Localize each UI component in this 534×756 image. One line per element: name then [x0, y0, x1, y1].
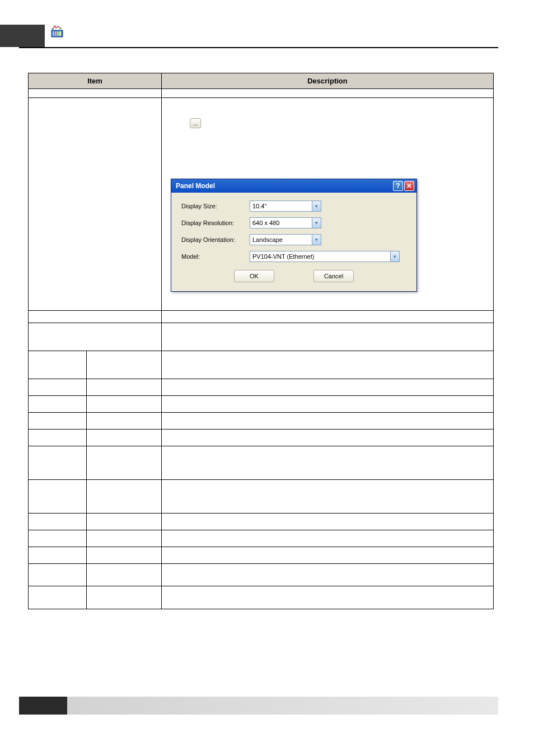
- table-row: [29, 586, 493, 609]
- col-header-description: Description: [162, 73, 493, 88]
- combo-model[interactable]: PV104-VNT (Ethernet) ▾: [250, 251, 400, 262]
- combo-display-resolution[interactable]: 640 x 480 ▾: [250, 217, 321, 228]
- table-row: [29, 351, 493, 379]
- table-row: [29, 379, 493, 396]
- table-row: [29, 396, 493, 413]
- close-icon[interactable]: ✕: [404, 181, 414, 191]
- label-model: Model:: [181, 253, 250, 260]
- label-display-resolution: Display Resolution:: [181, 220, 250, 226]
- field-display-resolution: Display Resolution: 640 x 480 ▾: [181, 217, 406, 228]
- table-row: [29, 514, 493, 530]
- label-display-size: Display Size:: [181, 203, 250, 209]
- table-row: [29, 547, 493, 564]
- table-row: [29, 311, 493, 323]
- ok-button[interactable]: OK: [234, 270, 274, 282]
- chevron-down-icon[interactable]: ▾: [312, 201, 321, 211]
- svg-rect-2: [55, 31, 57, 36]
- table-row: [29, 480, 493, 514]
- table-row: [29, 564, 493, 586]
- dialog-body: Display Size: 10.4'' ▾ Display Resolutio…: [171, 193, 416, 291]
- table-row: [29, 323, 493, 351]
- label-display-orientation: Display Orientation:: [181, 236, 250, 243]
- table-row: ... Panel Model ? ✕: [29, 98, 493, 311]
- combo-display-orientation-value: Landscape: [250, 236, 312, 243]
- combo-model-value: PV104-VNT (Ethernet): [250, 253, 390, 260]
- col-header-item: Item: [29, 73, 162, 88]
- properties-table: Item Description ... Panel Model ?: [28, 73, 494, 609]
- horizontal-rule: [19, 47, 498, 48]
- chevron-down-icon[interactable]: ▾: [390, 251, 399, 262]
- combo-display-orientation[interactable]: Landscape ▾: [250, 234, 321, 245]
- svg-point-5: [52, 29, 54, 30]
- cancel-button[interactable]: Cancel: [313, 270, 354, 282]
- browse-button[interactable]: ...: [190, 118, 201, 128]
- field-model: Model: PV104-VNT (Ethernet) ▾: [181, 251, 406, 262]
- svg-rect-1: [53, 31, 54, 36]
- svg-rect-4: [59, 31, 61, 36]
- field-display-orientation: Display Orientation: Landscape ▾: [181, 234, 406, 245]
- chevron-down-icon[interactable]: ▾: [312, 218, 321, 228]
- footer-bar: [19, 697, 498, 715]
- panel-model-dialog: Panel Model ? ✕ Display Size:: [171, 179, 417, 292]
- table-row: [29, 530, 493, 547]
- header-dark-block: [0, 25, 45, 47]
- dialog-title: Panel Model: [174, 182, 393, 190]
- svg-rect-3: [57, 31, 59, 36]
- dialog-titlebar: Panel Model ? ✕: [171, 179, 416, 193]
- table-row: [29, 430, 493, 446]
- footer-dark-block: [19, 697, 67, 715]
- combo-display-resolution-value: 640 x 480: [250, 220, 312, 226]
- app-icon: [50, 25, 64, 38]
- table-header-row: Item Description: [29, 73, 493, 89]
- browse-button-label: ...: [193, 120, 198, 127]
- table-row: [29, 89, 493, 98]
- help-icon[interactable]: ?: [393, 181, 403, 191]
- table-row: [29, 413, 493, 430]
- field-display-size: Display Size: 10.4'' ▾: [181, 200, 406, 212]
- chevron-down-icon[interactable]: ▾: [312, 235, 321, 245]
- table-row: [29, 446, 493, 480]
- svg-point-6: [60, 28, 62, 30]
- combo-display-size-value: 10.4'': [250, 203, 312, 209]
- combo-display-size[interactable]: 10.4'' ▾: [250, 200, 321, 212]
